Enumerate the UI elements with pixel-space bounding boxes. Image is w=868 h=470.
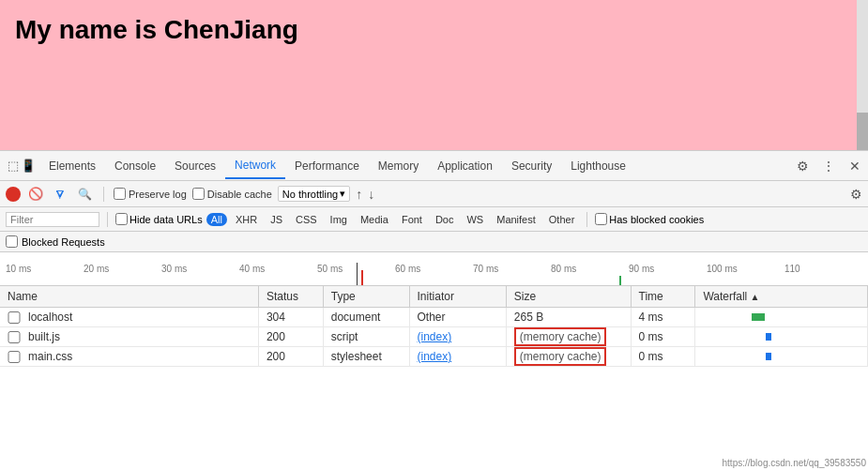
- tab-network[interactable]: Network: [225, 153, 285, 179]
- timeline-label-20ms: 20 ms: [84, 264, 161, 274]
- timeline-label-40ms: 40 ms: [239, 264, 317, 274]
- col-time[interactable]: Time: [631, 286, 695, 308]
- blocked-requests-label: Blocked Requests: [22, 236, 105, 248]
- memory-cache-badge: (memory cache): [514, 327, 607, 346]
- blocked-requests-checkbox[interactable]: [6, 235, 18, 248]
- preserve-log-input[interactable]: [114, 188, 126, 200]
- tab-application[interactable]: Application: [428, 154, 502, 178]
- filter-chip-xhr[interactable]: XHR: [231, 213, 262, 226]
- record-button[interactable]: [6, 187, 21, 202]
- device-icon[interactable]: 📱: [21, 159, 36, 173]
- has-blocked-cookies-input[interactable]: [595, 213, 607, 225]
- waterfall-bar: [766, 353, 771, 360]
- timeline-label-80ms: 80 ms: [551, 264, 629, 274]
- more-options-icon[interactable]: ⋮: [819, 157, 838, 175]
- disable-cache-checkbox[interactable]: Disable cache: [192, 188, 272, 200]
- initiator-link[interactable]: (index): [418, 330, 452, 343]
- col-size[interactable]: Size: [506, 286, 631, 308]
- table-row[interactable]: localhost304documentOther265 B4 ms: [0, 308, 868, 327]
- col-waterfall[interactable]: Waterfall ▲: [695, 286, 868, 308]
- scrollbar-thumb[interactable]: [857, 113, 868, 150]
- filter-chip-manifest[interactable]: Manifest: [492, 213, 541, 226]
- filter-chip-all[interactable]: All: [206, 213, 227, 226]
- filter-chip-media[interactable]: Media: [356, 213, 393, 226]
- cell-waterfall: [695, 347, 868, 367]
- throttle-chevron-icon: ▾: [340, 188, 345, 200]
- filter-divider: [107, 212, 108, 227]
- col-status[interactable]: Status: [258, 286, 323, 308]
- sort-arrow-icon: ▲: [751, 292, 760, 302]
- cell-initiator: (index): [409, 347, 506, 367]
- table-row[interactable]: built.js200script(index)(memory cache)0 …: [0, 327, 868, 347]
- cell-size: 265 B: [506, 308, 631, 327]
- tab-sources[interactable]: Sources: [165, 154, 225, 178]
- row-checkbox[interactable]: [8, 331, 21, 343]
- filter-chip-font[interactable]: Font: [397, 213, 427, 226]
- download-button[interactable]: ↓: [368, 187, 374, 202]
- filter-input[interactable]: [6, 212, 99, 227]
- cell-waterfall: [695, 327, 868, 347]
- timeline-label-110: 110: [784, 264, 862, 274]
- settings-icon[interactable]: ⚙: [793, 157, 812, 175]
- page-scrollbar[interactable]: [857, 0, 868, 150]
- filter-chip-css[interactable]: CSS: [291, 213, 322, 226]
- col-name[interactable]: Name: [0, 286, 258, 308]
- col-type[interactable]: Type: [323, 286, 409, 308]
- csdn-watermark: https://blog.csdn.net/qq_39583550: [723, 458, 866, 468]
- filter-chip-ws[interactable]: WS: [462, 213, 488, 226]
- network-settings-icon[interactable]: ⚙: [850, 187, 862, 202]
- tab-memory[interactable]: Memory: [369, 154, 428, 178]
- tab-lighthouse[interactable]: Lighthouse: [561, 154, 635, 178]
- inspect-icon[interactable]: ⬚: [8, 159, 19, 173]
- filter-button[interactable]: ⛛: [51, 185, 69, 204]
- cell-time: 0 ms: [631, 327, 695, 347]
- cell-name: main.css: [0, 347, 258, 367]
- tab-security[interactable]: Security: [502, 154, 561, 178]
- timeline-marker-red: [361, 270, 363, 285]
- timeline-marker-dark: [357, 263, 358, 285]
- cell-status: 200: [258, 327, 323, 347]
- cell-size: (memory cache): [506, 347, 631, 367]
- page-title: My name is ChenJiang: [15, 15, 853, 45]
- cell-size: (memory cache): [506, 327, 631, 347]
- timeline-label-60ms: 60 ms: [395, 264, 473, 274]
- initiator-link[interactable]: (index): [418, 350, 452, 363]
- filter-chip-doc[interactable]: Doc: [431, 213, 459, 226]
- devtools-tabs-bar: ⬚ 📱 Elements Console Sources Network Per…: [0, 151, 868, 181]
- tab-performance[interactable]: Performance: [285, 154, 369, 178]
- cell-name: built.js: [0, 327, 258, 347]
- cell-waterfall: [695, 308, 868, 327]
- cell-status: 200: [258, 347, 323, 367]
- row-checkbox[interactable]: [8, 351, 21, 363]
- col-initiator[interactable]: Initiator: [409, 286, 506, 308]
- filter-chip-img[interactable]: Img: [326, 213, 352, 226]
- cell-status: 304: [258, 308, 323, 327]
- hide-data-urls-checkbox[interactable]: Hide data URLs: [115, 213, 203, 225]
- throttle-select[interactable]: No throttling ▾: [278, 186, 350, 202]
- memory-cache-badge: (memory cache): [514, 347, 607, 366]
- clear-button[interactable]: 🚫: [26, 185, 45, 204]
- tab-console[interactable]: Console: [105, 154, 165, 178]
- filter-chip-other[interactable]: Other: [544, 213, 580, 226]
- search-button[interactable]: 🔍: [75, 185, 94, 204]
- devtools-sidebar-icons: ⬚ 📱: [4, 159, 39, 173]
- disable-cache-input[interactable]: [192, 188, 205, 200]
- filter-chip-js[interactable]: JS: [266, 213, 287, 226]
- network-table: Name Status Type Initiator Size Time Wat…: [0, 286, 868, 367]
- filter-bar: Hide data URLs All XHR JS CSS Img Media …: [0, 207, 868, 232]
- devtools-actions: ⚙ ⋮ ✕: [793, 157, 864, 175]
- hide-data-urls-input[interactable]: [115, 213, 128, 225]
- has-blocked-cookies-checkbox[interactable]: Has blocked cookies: [595, 213, 704, 225]
- cell-time: 0 ms: [631, 347, 695, 367]
- tab-elements[interactable]: Elements: [39, 154, 105, 178]
- cell-initiator: Other: [409, 308, 506, 327]
- row-checkbox[interactable]: [8, 311, 21, 324]
- close-devtools-icon[interactable]: ✕: [845, 157, 864, 175]
- table-row[interactable]: main.css200stylesheet(index)(memory cach…: [0, 347, 868, 367]
- preserve-log-checkbox[interactable]: Preserve log: [114, 188, 187, 200]
- browser-page: My name is ChenJiang: [0, 0, 868, 150]
- waterfall-bar: [752, 313, 765, 321]
- timeline-label-90ms: 90 ms: [629, 264, 707, 274]
- cell-type: document: [323, 308, 409, 327]
- upload-button[interactable]: ↑: [356, 187, 362, 202]
